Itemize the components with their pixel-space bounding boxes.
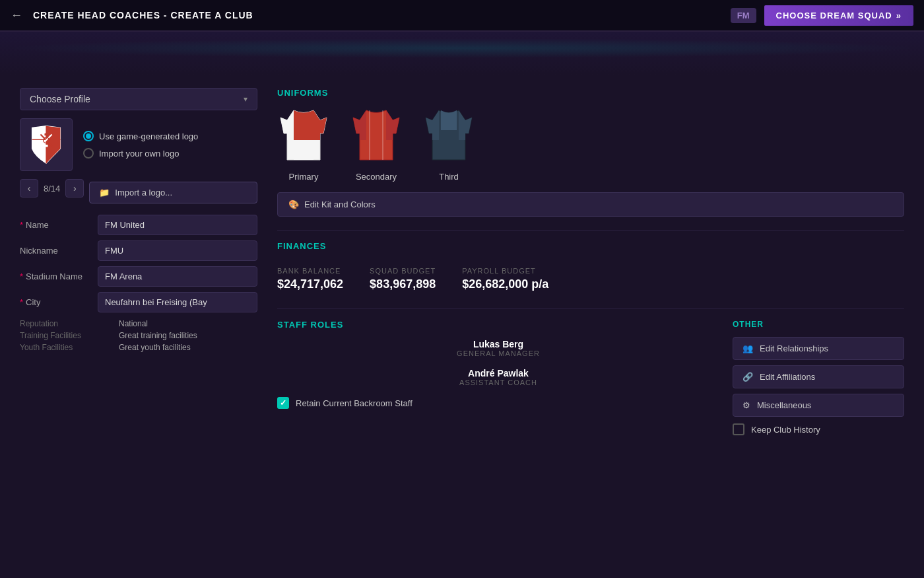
youth-row: Youth Facilities Great youth facilities [20, 343, 257, 352]
radio-game-generated[interactable]: Use game-generated logo [83, 131, 257, 141]
payroll-value: $26,682,000 p/a [462, 277, 548, 291]
nickname-label: Nickname [20, 246, 92, 256]
choose-profile-dropdown[interactable]: Choose Profile ▾ [20, 88, 257, 110]
back-button[interactable]: ← [11, 9, 22, 22]
page-counter: 8/14 [44, 184, 60, 194]
third-uniform: Third [422, 107, 475, 182]
next-page-button[interactable]: › [65, 179, 84, 198]
divider-2 [277, 308, 904, 309]
dream-squad-button[interactable]: CHOOSE DREAM SQUAD » [764, 5, 913, 26]
secondary-label: Secondary [356, 172, 397, 182]
primary-label: Primary [289, 172, 319, 182]
bank-balance-item: BANK BALANCE $24,717,062 [277, 267, 343, 291]
third-label: Third [439, 172, 459, 182]
staff-person-2: André Pawlak ASSISTANT COACH [277, 368, 719, 386]
staff-name-2: André Pawlak [277, 368, 719, 379]
uniforms-row: Primary Secondary [277, 107, 904, 182]
nickname-field-row: Nickname [20, 240, 257, 261]
squad-budget-label: SQUAD BUDGET [370, 267, 436, 275]
main-content: Choose Profile ▾ [0, 75, 924, 578]
dream-squad-label: CHOOSE DREAM SQUAD [776, 11, 892, 20]
logo-section: Use game-generated logo Import your own … [20, 118, 257, 171]
name-label: *Name [20, 220, 92, 230]
edit-affiliations-button[interactable]: 🔗 Edit Affiliations [733, 365, 904, 388]
edit-kit-icon: 🎨 [288, 199, 299, 209]
miscellaneous-icon: ⚙ [742, 400, 750, 410]
required-star: * [20, 220, 23, 230]
club-crest-svg [26, 125, 66, 164]
staff-role-1: GENERAL MANAGER [277, 349, 719, 357]
stadium-label: *Stadium Name [20, 271, 92, 281]
secondary-jersey-svg [350, 107, 403, 166]
miscellaneous-button[interactable]: ⚙ Miscellaneous [733, 394, 904, 417]
name-input[interactable] [98, 215, 257, 235]
keep-club-row: Keep Club History [733, 423, 904, 435]
club-logo [20, 118, 73, 171]
dream-squad-icon: » [896, 11, 902, 20]
squad-budget-value: $83,967,898 [370, 277, 436, 291]
city-label: *City [20, 297, 92, 307]
uniforms-title: UNIFORMS [277, 88, 904, 98]
staff-person-1: Lukas Berg GENERAL MANAGER [277, 339, 719, 357]
city-input[interactable] [98, 292, 257, 312]
affiliations-icon: 🔗 [742, 372, 753, 382]
staff-name-1: Lukas Berg [277, 339, 719, 349]
finances-grid: BANK BALANCE $24,717,062 SQUAD BUDGET $8… [277, 260, 904, 298]
radio-options: Use game-generated logo Import your own … [83, 131, 257, 159]
svg-rect-5 [44, 133, 48, 135]
prev-page-button[interactable]: ‹ [20, 179, 38, 198]
staff-roles-section: STAFF ROLES Lukas Berg GENERAL MANAGER A… [277, 320, 719, 435]
svg-rect-6 [44, 145, 48, 147]
nickname-input[interactable] [98, 240, 257, 261]
keep-club-label: Keep Club History [751, 425, 820, 435]
payroll-label: PAYROLL BUDGET [462, 267, 548, 275]
finances-title: FINANCES [277, 241, 904, 251]
edit-kit-button[interactable]: 🎨 Edit Kit and Colors [277, 192, 904, 217]
bottom-grid: STAFF ROLES Lukas Berg GENERAL MANAGER A… [277, 320, 904, 435]
import-logo-button[interactable]: 📁 Import a logo... [89, 182, 257, 203]
retain-label: Retain Current Backroom Staff [296, 398, 412, 408]
header-band [0, 32, 924, 75]
retain-checkbox[interactable] [277, 397, 289, 409]
staff-role-2: ASSISTANT COACH [277, 379, 719, 386]
edit-relationships-button[interactable]: 👥 Edit Relationships [733, 337, 904, 360]
fm-badge: FM [731, 8, 756, 23]
divider-1 [277, 230, 904, 231]
page-navigation: ‹ 8/14 › [20, 179, 84, 198]
left-panel: Choose Profile ▾ [20, 88, 257, 565]
other-section: OTHER 👥 Edit Relationships 🔗 Edit Affili… [733, 320, 904, 435]
radio-circle-empty [83, 148, 94, 159]
training-row: Training Facilities Great training facil… [20, 331, 257, 340]
stadium-input[interactable] [98, 266, 257, 287]
third-jersey-svg [422, 107, 475, 166]
choose-profile-label: Choose Profile [30, 94, 90, 104]
chevron-down-icon: ▾ [244, 94, 248, 104]
bank-balance-value: $24,717,062 [277, 277, 343, 291]
city-field-row: *City [20, 292, 257, 312]
bank-balance-label: BANK BALANCE [277, 267, 343, 275]
keep-club-history-checkbox[interactable] [733, 423, 744, 435]
radio-circle-selected [83, 131, 94, 141]
right-panel: UNIFORMS Primary [277, 88, 904, 565]
other-title: OTHER [733, 320, 904, 329]
squad-budget-item: SQUAD BUDGET $83,967,898 [370, 267, 436, 291]
required-star-3: * [20, 297, 23, 307]
name-field-row: *Name [20, 215, 257, 235]
staff-roles-title: STAFF ROLES [277, 320, 719, 330]
reputation-row: Reputation National [20, 319, 257, 328]
primary-uniform: Primary [277, 107, 330, 182]
top-nav: ← CREATE HEAD COACHES - CREATE A CLUB FM… [0, 0, 924, 32]
radio-import-logo[interactable]: Import your own logo [83, 148, 257, 159]
payroll-budget-item: PAYROLL BUDGET $26,682,000 p/a [462, 267, 548, 291]
page-title: CREATE HEAD COACHES - CREATE A CLUB [33, 10, 731, 20]
primary-jersey-svg [277, 107, 330, 166]
retain-row: Retain Current Backroom Staff [277, 397, 719, 409]
stadium-field-row: *Stadium Name [20, 266, 257, 287]
import-logo-icon: 📁 [99, 188, 110, 198]
relationships-icon: 👥 [742, 343, 753, 353]
required-star-2: * [20, 271, 23, 281]
secondary-uniform: Secondary [350, 107, 403, 182]
